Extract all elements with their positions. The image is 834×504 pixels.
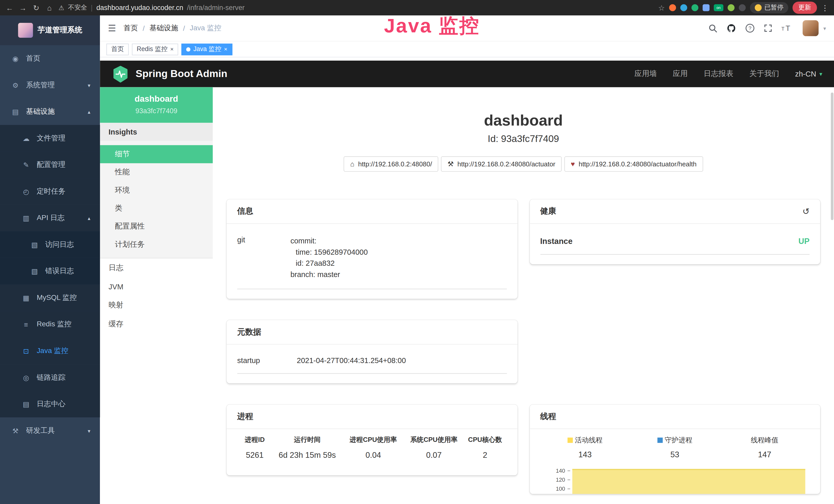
sba-brand-title[interactable]: Spring Boot Admin xyxy=(136,68,227,80)
browser-reload-icon[interactable]: ↻ xyxy=(32,3,40,12)
git-info-row: git commit: time: 1596289704000 id: 27aa… xyxy=(237,228,507,289)
extension-on-badge[interactable]: on xyxy=(714,4,723,11)
info-card: 信息 git commit: time: 1596289704000 id: 2 xyxy=(226,200,517,299)
sba-item-scheduled-tasks[interactable]: 计划任务 xyxy=(100,235,213,253)
avatar-caret-icon[interactable]: ▾ xyxy=(824,25,826,31)
sidebar-item-mysql-monitor[interactable]: ▦ MySQL 监控 xyxy=(0,284,100,311)
info-card-title: 信息 xyxy=(237,206,253,216)
sidebar-item-redis-monitor[interactable]: ≡ Redis 监控 xyxy=(0,311,100,338)
browser-menu-icon[interactable]: ⋮ xyxy=(821,3,829,12)
legend-peak-threads: 线程峰值 xyxy=(751,435,778,445)
sba-item-config-props[interactable]: 配置属性 xyxy=(100,217,213,235)
service-url-button[interactable]: ⌂ http://192.168.0.2:48080/ xyxy=(344,156,438,172)
sba-item-logs[interactable]: 日志 xyxy=(100,258,213,278)
extension-icon[interactable] xyxy=(728,4,734,11)
sidebar-item-file-management[interactable]: ☁ 文件管理 xyxy=(0,125,100,152)
sba-nav-wall[interactable]: 应用墙 xyxy=(634,69,657,78)
chevron-down-icon: ▾ xyxy=(88,428,90,434)
sba-item-metrics[interactable]: 性能 xyxy=(100,163,213,181)
sidebar-item-dev-tools[interactable]: ⚒ 研发工具 ▾ xyxy=(0,417,100,444)
spring-boot-admin-frame: Spring Boot Admin 应用墙 应用 日志报表 关于我们 zh-CN… xyxy=(100,58,834,504)
instance-links: ⌂ http://192.168.0.2:48080/ ⚒ http://192… xyxy=(226,156,820,172)
sba-logo-icon[interactable] xyxy=(112,65,129,83)
actuator-url-button[interactable]: ⚒ http://192.168.0.2:48080/actuator xyxy=(441,156,562,172)
breadcrumb-separator: / xyxy=(142,24,145,32)
text-size-icon[interactable]: TT xyxy=(781,24,794,32)
sidebar-item-java-monitor[interactable]: ⊡ Java 监控 xyxy=(0,338,100,364)
sidebar-item-label: 首页 xyxy=(26,54,40,63)
extension-icon[interactable] xyxy=(669,4,676,11)
extension-icon[interactable] xyxy=(692,4,698,11)
app-menu: ◉ 首页 ⚙ 系统管理 ▾ ▤ 基础设施 ▴ ☁ 文件管理 xyxy=(0,45,100,444)
health-url-button[interactable]: ♥ http://192.168.0.2:48080/actuator/heal… xyxy=(564,156,703,172)
browser-home-icon[interactable]: ⌂ xyxy=(45,3,54,12)
sidebar-item-access-logs[interactable]: ▧ 访问日志 xyxy=(0,231,100,258)
language-selector[interactable]: zh-CN ▾ xyxy=(795,70,822,78)
help-icon[interactable]: ? xyxy=(745,23,755,33)
hamburger-icon[interactable]: ☰ xyxy=(108,23,116,33)
page-subtitle: Id: 93a3fc7f7409 xyxy=(226,134,820,144)
git-commit-line: commit: xyxy=(290,235,507,247)
sidebar-item-system-management[interactable]: ⚙ 系统管理 ▾ xyxy=(0,72,100,98)
process-values-row: 5261 6d 23h 15m 59s 0.04 0.07 2 xyxy=(237,445,507,466)
sidebar-item-label: API 日志 xyxy=(37,213,65,223)
history-icon[interactable]: ↺ xyxy=(803,206,810,216)
user-avatar[interactable] xyxy=(803,20,818,36)
process-cpu: 0.04 xyxy=(343,445,404,466)
breadcrumb-infrastructure[interactable]: 基础设施 xyxy=(150,23,178,33)
profile-paused-badge[interactable]: 已暂停 xyxy=(750,2,788,13)
app-title: 芋道管理系统 xyxy=(38,25,82,35)
sidebar-item-error-logs[interactable]: ▧ 错误日志 xyxy=(0,258,100,284)
legend-label-text: 线程峰值 xyxy=(751,435,778,445)
sidebar-item-label: 访问日志 xyxy=(45,240,74,249)
tab-home[interactable]: 首页 xyxy=(106,43,129,55)
process-col-header: 进程ID xyxy=(237,429,272,445)
breadcrumb-separator: / xyxy=(183,24,185,32)
sba-nav-about[interactable]: 关于我们 xyxy=(749,69,779,78)
search-icon[interactable] xyxy=(708,24,717,32)
browser-update-button[interactable]: 更新 xyxy=(792,2,817,14)
sba-item-environment[interactable]: 环境 xyxy=(100,181,213,199)
sidebar-item-infrastructure[interactable]: ▤ 基础设施 ▴ xyxy=(0,98,100,125)
extension-icon[interactable] xyxy=(703,4,710,11)
bookmark-star-icon[interactable]: ☆ xyxy=(658,3,665,12)
app-logo[interactable]: 芋道管理系统 xyxy=(0,16,100,45)
sidebar-item-label: MySQL 监控 xyxy=(37,293,77,302)
sidebar-item-scheduled-tasks[interactable]: ◴ 定时任务 xyxy=(0,178,100,205)
annotation-java-monitor: Java 监控 xyxy=(384,13,480,40)
sidebar-item-config-management[interactable]: ✎ 配置管理 xyxy=(0,152,100,178)
breadcrumb-home[interactable]: 首页 xyxy=(124,23,138,33)
scrollbar[interactable] xyxy=(831,92,833,220)
live-threads-value: 143 xyxy=(540,450,630,459)
sidebar-item-api-logs[interactable]: ▥ API 日志 ▴ xyxy=(0,205,100,231)
sba-item-mappings[interactable]: 映射 xyxy=(100,296,213,315)
sba-item-details[interactable]: 细节 xyxy=(100,145,213,163)
tab-redis-monitor[interactable]: Redis 监控 × xyxy=(132,43,178,55)
tab-java-monitor[interactable]: Java 监控 × xyxy=(182,43,232,55)
close-icon[interactable]: × xyxy=(224,46,227,52)
instance-header[interactable]: dashboard 93a3fc7f7409 xyxy=(100,87,213,123)
sidebar-item-log-center[interactable]: ▤ 日志中心 xyxy=(0,391,100,417)
sba-item-classes[interactable]: 类 xyxy=(100,200,213,217)
extension-icon[interactable] xyxy=(680,4,687,11)
sba-item-caches[interactable]: 缓存 xyxy=(100,315,213,334)
extension-icon[interactable] xyxy=(739,4,746,11)
browser-back-icon[interactable]: ← xyxy=(5,3,14,12)
fullscreen-icon[interactable] xyxy=(764,24,772,32)
instance-name: dashboard xyxy=(104,94,208,104)
sidebar-item-home[interactable]: ◉ 首页 xyxy=(0,45,100,72)
heart-icon: ♥ xyxy=(571,160,575,168)
browser-forward-icon[interactable]: → xyxy=(19,3,27,12)
git-id-line: id: 27aa832 xyxy=(290,258,507,269)
tags-view: 首页 Redis 监控 × Java 监控 × xyxy=(100,42,834,58)
process-uptime: 6d 23h 15m 59s xyxy=(272,445,343,466)
sba-nav-applications[interactable]: 应用 xyxy=(673,69,687,78)
sba-item-jvm[interactable]: JVM xyxy=(100,278,213,296)
screen: ← → ↻ ⌂ ⚠ 不安全 | dashboard.yudao.iocoder.… xyxy=(0,0,834,504)
close-icon[interactable]: × xyxy=(170,46,174,52)
sidebar-item-trace[interactable]: ◎ 链路追踪 xyxy=(0,364,100,391)
address-bar[interactable]: ⚠ 不安全 | dashboard.yudao.iocoder.cn/infra… xyxy=(59,3,654,12)
sba-nav-journal[interactable]: 日志报表 xyxy=(704,69,733,78)
startup-row: startup 2021-04-27T00:44:31.254+08:00 xyxy=(237,349,507,373)
github-icon[interactable] xyxy=(727,23,736,33)
